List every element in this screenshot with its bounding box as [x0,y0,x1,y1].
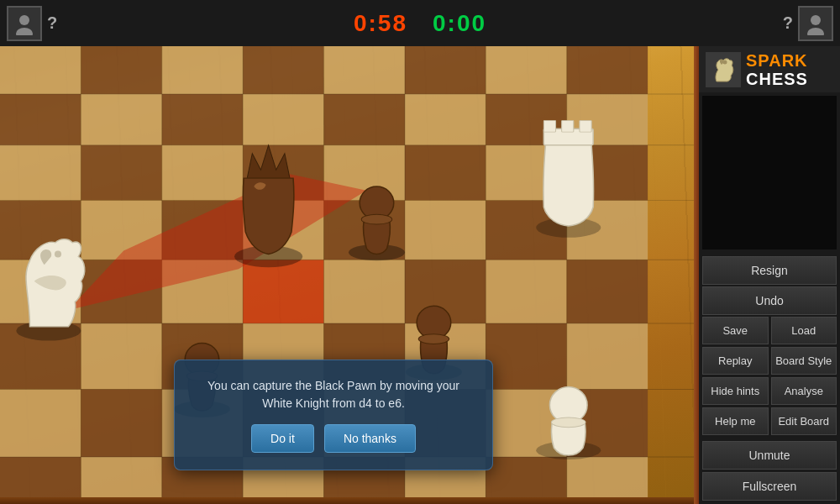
sidebar-controls: Resign Undo Save Load Replay Board Style… [699,253,840,441]
brand-logo: SPARK CHESS [699,46,840,92]
svg-point-85 [55,251,61,258]
header: ? 0:58 0:00 ? [0,0,840,46]
hide-hints-button[interactable]: Hide hints [702,377,769,405]
svg-rect-51 [567,323,648,390]
load-button[interactable]: Load [771,317,837,344]
svg-rect-5 [81,46,161,94]
svg-point-3 [807,28,824,35]
hint-dialog: You can capture the Black Pawn by moving… [174,360,493,470]
main-area: You can capture the Black Pawn by moving… [0,46,840,504]
svg-point-103 [551,417,585,428]
do-it-button[interactable]: Do it [251,424,314,453]
svg-rect-7 [243,46,323,94]
svg-rect-50 [486,323,566,390]
svg-rect-17 [405,94,486,145]
svg-rect-15 [243,94,323,145]
svg-rect-33 [405,201,486,260]
help-me-button[interactable]: Help me [702,407,769,435]
resign-button[interactable]: Resign [702,256,837,285]
timers-area: 0:58 0:00 [64,10,776,37]
player-left-area: ? [0,6,64,41]
svg-rect-43 [567,260,648,323]
replay-button[interactable]: Replay [702,347,769,375]
svg-rect-13 [81,94,161,145]
svg-rect-10 [486,46,566,94]
hints-analyse-row: Hide hints Analyse [702,377,837,405]
save-load-row: Save Load [702,317,837,344]
dialog-buttons: Do it No thanks [200,424,467,453]
svg-rect-100 [580,120,591,132]
svg-rect-20 [0,145,81,201]
chat-area [702,96,837,249]
player-right-name: ? [783,13,793,33]
svg-rect-12 [0,94,81,145]
brand-chess: CHESS [746,70,808,88]
svg-rect-21 [81,145,161,201]
svg-point-2 [811,15,821,25]
svg-rect-40 [324,260,405,323]
hint-message: You can capture the Black Pawn by moving… [200,377,467,412]
svg-rect-22 [162,145,243,201]
brand-spark: SPARK [746,51,808,70]
svg-rect-6 [162,46,243,94]
fullscreen-button[interactable]: Fullscreen [702,472,837,501]
undo-button[interactable]: Undo [702,286,837,315]
brand-name: SPARK CHESS [746,51,808,88]
svg-rect-16 [324,94,405,145]
svg-rect-52 [0,390,81,458]
svg-rect-9 [405,46,486,94]
unmute-button[interactable]: Unmute [702,441,837,470]
chess-board-area[interactable]: You can capture the Black Pawn by moving… [0,46,699,504]
svg-rect-45 [81,323,161,390]
svg-rect-11 [567,46,648,94]
svg-rect-4 [0,46,81,94]
svg-rect-99 [562,120,574,132]
player-right-area: ? [776,6,840,41]
timer-right: 0:00 [433,10,486,37]
svg-rect-8 [324,46,405,94]
svg-rect-53 [81,390,161,458]
replay-boardstyle-row: Replay Board Style [702,347,837,375]
svg-rect-25 [405,145,486,201]
avatar-right [798,6,833,41]
edit-board-button[interactable]: Edit Board [771,407,837,435]
svg-rect-42 [486,260,566,323]
helpme-editboard-row: Help me Edit Board [702,407,837,435]
brand-horse-icon [706,52,741,87]
svg-rect-39 [243,260,323,323]
svg-point-95 [418,334,449,344]
timer-left: 0:58 [354,10,407,37]
player-left-name: ? [47,13,57,33]
svg-point-0 [19,15,29,25]
svg-rect-98 [543,120,555,132]
analyse-button[interactable]: Analyse [771,377,837,405]
board-style-button[interactable]: Board Style [771,347,837,375]
avatar-left [7,6,42,41]
svg-rect-14 [162,94,243,145]
svg-point-89 [361,214,392,224]
no-thanks-button[interactable]: No thanks [324,424,416,453]
sidebar: SPARK CHESS Resign Undo Save Load Replay… [699,46,840,504]
svg-point-1 [16,28,33,35]
save-button[interactable]: Save [702,317,769,344]
svg-point-104 [723,60,727,64]
